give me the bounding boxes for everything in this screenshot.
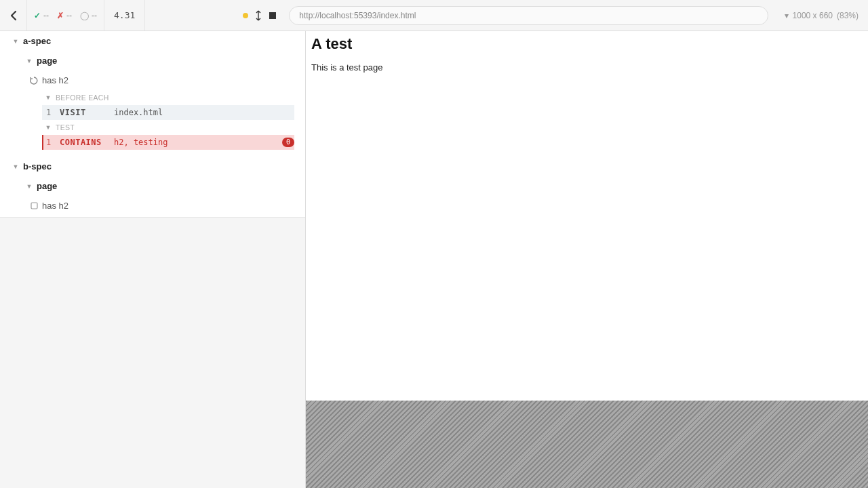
suite-title: page xyxy=(37,56,57,66)
run-stats: ✓ -- ✗ -- ◯ -- xyxy=(27,0,104,30)
url-bar xyxy=(282,0,774,30)
command-count-badge: 0 xyxy=(282,138,294,147)
failed-count: -- xyxy=(66,11,72,20)
spec-title: a-spec xyxy=(23,36,51,46)
back-button[interactable] xyxy=(0,0,27,30)
chevron-down-icon: ▼ xyxy=(26,58,33,64)
page-body-text: This is a test page xyxy=(311,62,863,73)
spec-title: b-spec xyxy=(23,161,52,171)
command-name: VISIT xyxy=(60,108,114,117)
test-row-has-h2[interactable]: has h2 xyxy=(0,70,305,90)
pending-count: -- xyxy=(92,11,97,20)
passed-count: -- xyxy=(43,11,49,20)
x-icon: ✗ xyxy=(57,11,64,20)
url-input[interactable] xyxy=(289,6,768,25)
command-row-visit[interactable]: 1 VISIT index.html xyxy=(42,105,294,120)
section-label-before-each: ▼ BEFORE EACH xyxy=(0,90,305,105)
chevron-down-icon: ▼ xyxy=(26,183,33,190)
svg-rect-0 xyxy=(269,12,276,19)
command-number: 1 xyxy=(46,138,60,147)
selector-playground-button[interactable] xyxy=(255,10,262,21)
test-title: has h2 xyxy=(42,75,68,85)
check-icon: ✓ xyxy=(34,11,41,20)
svg-rect-1 xyxy=(31,203,37,209)
suite-row-page[interactable]: ▼ page xyxy=(0,176,305,196)
chevron-down-icon: ▾ xyxy=(785,11,789,20)
test-row-has-h2-pending[interactable]: has h2 xyxy=(0,196,305,216)
run-timer: 4.31 xyxy=(104,0,145,30)
run-timer-value: 4.31 xyxy=(114,10,135,20)
command-args: h2, testing xyxy=(114,138,167,147)
chevron-down-icon: ▼ xyxy=(12,163,19,170)
running-icon xyxy=(30,77,38,85)
circle-icon: ◯ xyxy=(80,11,89,20)
command-number: 1 xyxy=(46,108,60,117)
viewport-info[interactable]: ▾ 1000 x 660 (83%) xyxy=(775,0,868,30)
pending-stat: ◯ -- xyxy=(80,11,97,20)
stop-button[interactable] xyxy=(269,12,277,20)
chevron-left-icon xyxy=(9,10,18,21)
command-name: CONTAINS xyxy=(60,138,114,147)
pending-icon xyxy=(30,202,38,210)
spec-row-a-spec[interactable]: ▼ a-spec xyxy=(0,31,305,51)
failed-stat: ✗ -- xyxy=(57,11,72,20)
command-row-contains[interactable]: 1 CONTAINS h2, testing 0 xyxy=(42,135,294,150)
app-iframe[interactable]: A test This is a test page xyxy=(306,31,868,401)
app-preview-pane: A test This is a test page xyxy=(305,31,868,488)
status-dot-icon xyxy=(243,13,248,18)
passed-stat: ✓ -- xyxy=(34,11,49,20)
command-log-sidebar: ▼ a-spec ▼ page has h2 ▼ BEFORE EACH 1 V… xyxy=(0,31,305,488)
viewport-overflow-area xyxy=(306,401,868,488)
preview-controls xyxy=(237,0,282,30)
page-heading: A test xyxy=(311,35,863,53)
test-title: has h2 xyxy=(42,201,68,211)
suite-title: page xyxy=(37,181,57,191)
chevron-down-icon: ▼ xyxy=(12,38,19,45)
suite-row-page[interactable]: ▼ page xyxy=(0,51,305,70)
header-toolbar: ✓ -- ✗ -- ◯ -- 4.31 ▾ 1000 x 660 (83%) xyxy=(0,0,868,31)
viewport-size: 1000 x 660 xyxy=(793,11,833,20)
chevron-down-icon: ▼ xyxy=(45,94,52,101)
section-label-test: ▼ TEST xyxy=(0,120,305,135)
viewport-scale: (83%) xyxy=(837,11,859,20)
command-args: index.html xyxy=(114,108,163,117)
spec-row-b-spec[interactable]: ▼ b-spec xyxy=(0,157,305,176)
chevron-down-icon: ▼ xyxy=(45,124,52,131)
